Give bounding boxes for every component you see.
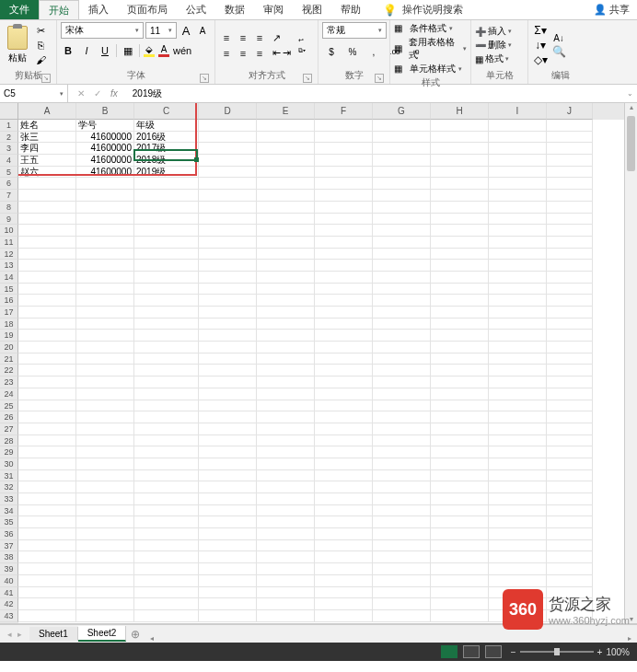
cell[interactable] — [18, 260, 76, 272]
cell[interactable] — [373, 330, 431, 342]
cell[interactable] — [76, 411, 134, 423]
cell[interactable] — [315, 505, 373, 517]
cell[interactable] — [489, 575, 547, 587]
cell[interactable] — [76, 446, 134, 458]
cell[interactable] — [76, 202, 134, 214]
cell[interactable] — [373, 481, 431, 493]
sheet-nav-prev[interactable]: ◂ — [7, 630, 12, 639]
cell[interactable] — [373, 528, 431, 540]
sheet-tab-sheet2[interactable]: Sheet2 — [78, 626, 127, 642]
cell[interactable] — [134, 365, 199, 377]
autosum-button[interactable]: Σ▾ — [532, 24, 549, 37]
cell[interactable] — [547, 319, 593, 330]
tab-page-layout[interactable]: 页面布局 — [118, 0, 177, 19]
cell[interactable]: 41600000 — [76, 155, 134, 167]
cell[interactable] — [489, 225, 547, 237]
percent-button[interactable]: % — [343, 44, 362, 59]
row-header[interactable]: 24 — [0, 388, 18, 400]
cell[interactable] — [18, 214, 76, 226]
fill-button[interactable]: ↓▾ — [532, 39, 549, 52]
cell[interactable] — [199, 516, 257, 528]
cell[interactable] — [18, 610, 76, 622]
cell[interactable] — [18, 563, 76, 575]
scroll-down-icon[interactable]: ▾ — [625, 615, 637, 623]
cell[interactable] — [315, 202, 373, 214]
row-header[interactable]: 4 — [0, 155, 18, 167]
cell[interactable] — [315, 319, 373, 330]
cell[interactable] — [257, 400, 315, 412]
cell[interactable] — [76, 505, 134, 517]
cell[interactable] — [18, 249, 76, 261]
cell[interactable] — [18, 493, 76, 505]
cell[interactable] — [199, 528, 257, 540]
row-header[interactable]: 36 — [0, 528, 18, 540]
cell[interactable] — [134, 423, 199, 435]
cell[interactable] — [18, 237, 76, 249]
cell[interactable] — [373, 388, 431, 400]
cell[interactable] — [199, 353, 257, 365]
cell[interactable] — [18, 353, 76, 365]
cell[interactable] — [373, 342, 431, 353]
cell[interactable] — [134, 272, 199, 284]
cell[interactable] — [431, 319, 489, 330]
cell[interactable] — [373, 423, 431, 435]
row-header[interactable]: 2 — [0, 132, 18, 144]
cell[interactable] — [18, 284, 76, 295]
cell[interactable] — [18, 178, 76, 190]
cell[interactable] — [373, 214, 431, 226]
cell[interactable] — [257, 481, 315, 493]
cell[interactable] — [489, 540, 547, 552]
cell[interactable] — [76, 610, 134, 622]
cell[interactable] — [489, 435, 547, 447]
cell[interactable] — [547, 237, 593, 249]
cell[interactable]: 41600000 — [76, 132, 134, 144]
cell[interactable] — [199, 400, 257, 412]
column-header-I[interactable]: I — [489, 103, 547, 120]
cell[interactable] — [76, 528, 134, 540]
cell[interactable] — [257, 249, 315, 261]
tab-home[interactable]: 开始 — [39, 0, 79, 19]
cell[interactable] — [315, 575, 373, 587]
cell[interactable] — [431, 260, 489, 272]
cell[interactable] — [257, 563, 315, 575]
cell[interactable] — [547, 120, 593, 132]
align-center-button[interactable]: ≡ — [236, 47, 250, 60]
cell[interactable] — [489, 330, 547, 342]
cell[interactable] — [76, 435, 134, 447]
cell[interactable] — [489, 120, 547, 132]
row-header[interactable]: 41 — [0, 587, 18, 599]
copy-button[interactable]: ⎘ — [33, 40, 48, 52]
row-header[interactable]: 1 — [0, 120, 18, 132]
cell[interactable] — [547, 551, 593, 563]
cell[interactable] — [199, 295, 257, 307]
cell[interactable] — [315, 237, 373, 249]
cell[interactable] — [547, 575, 593, 587]
cell[interactable] — [18, 423, 76, 435]
align-top-button[interactable]: ≡ — [219, 31, 234, 44]
cell[interactable] — [547, 435, 593, 447]
share-button[interactable]: 👤 共享 — [586, 0, 637, 19]
cell[interactable] — [373, 295, 431, 307]
cell[interactable] — [431, 272, 489, 284]
row-header[interactable]: 12 — [0, 249, 18, 261]
cell[interactable] — [199, 458, 257, 470]
cell[interactable] — [373, 365, 431, 377]
sheet-tab-sheet1[interactable]: Sheet1 — [29, 627, 78, 641]
cell[interactable]: 王五 — [18, 155, 76, 167]
cell[interactable] — [134, 330, 199, 342]
cell[interactable] — [373, 167, 431, 179]
cell[interactable] — [76, 330, 134, 342]
cell[interactable] — [18, 540, 76, 552]
column-header-B[interactable]: B — [76, 103, 134, 120]
cell[interactable] — [315, 587, 373, 599]
cell[interactable] — [489, 377, 547, 388]
cell[interactable] — [431, 307, 489, 319]
cell[interactable] — [134, 587, 199, 599]
cell[interactable] — [18, 400, 76, 412]
cell[interactable] — [431, 563, 489, 575]
cell[interactable] — [315, 342, 373, 353]
row-header[interactable]: 35 — [0, 516, 18, 528]
cell[interactable] — [547, 272, 593, 284]
cell[interactable] — [18, 575, 76, 587]
add-sheet-button[interactable]: ⊕ — [126, 628, 145, 641]
